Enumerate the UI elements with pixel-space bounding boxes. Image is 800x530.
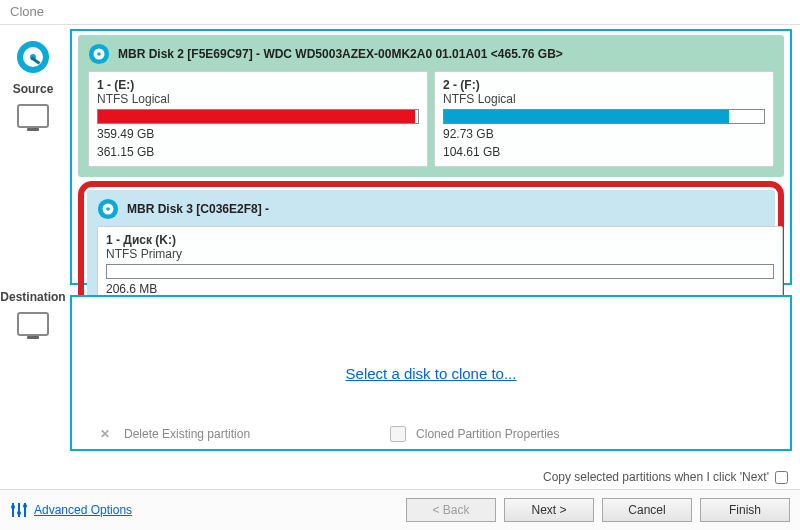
disk-2-title: MBR Disk 2 [F5E69C97] - WDC WD5003AZEX-0… — [118, 47, 563, 61]
svg-point-11 — [17, 511, 21, 515]
partition-header: 2 - (F:) — [443, 78, 765, 92]
partition-filesystem: NTFS Logical — [443, 92, 765, 106]
usage-bar-fill — [98, 110, 415, 123]
usage-bar — [106, 264, 774, 279]
svg-point-12 — [23, 504, 27, 508]
disk-icon — [88, 43, 110, 65]
usage-bar-fill — [444, 110, 729, 123]
partition-used: 92.73 GB — [443, 127, 765, 142]
destination-computer-icon[interactable] — [17, 312, 49, 336]
partition-header: 1 - Диск (K:) — [106, 233, 774, 247]
partition-filesystem: NTFS Primary — [106, 247, 774, 261]
close-icon: ✕ — [100, 427, 110, 441]
copy-on-next-checkbox[interactable] — [775, 471, 788, 484]
source-computer-icon[interactable] — [17, 104, 49, 128]
window-title: Clone — [0, 0, 800, 25]
partition-filesystem: NTFS Logical — [97, 92, 419, 106]
sliders-icon — [10, 501, 28, 519]
disk-icon — [97, 198, 119, 220]
copy-note-label: Copy selected partitions when I click 'N… — [543, 470, 769, 484]
usage-bar — [443, 109, 765, 124]
disk-2-partition-2[interactable]: 2 - (F:) NTFS Logical 92.73 GB 104.61 GB — [434, 71, 774, 167]
partition-used: 359.49 GB — [97, 127, 419, 142]
delete-existing-partition-label: Delete Existing partition — [124, 427, 250, 441]
usage-bar — [97, 109, 419, 124]
properties-icon — [390, 426, 406, 442]
advanced-options-link[interactable]: Advanced Options — [34, 503, 132, 517]
svg-point-6 — [97, 52, 101, 56]
source-panel[interactable]: MBR Disk 2 [F5E69C97] - WDC WD5003AZEX-0… — [70, 29, 792, 285]
back-button: < Back — [406, 498, 496, 522]
destination-label: Destination — [0, 290, 66, 304]
usage-bar-fill — [107, 265, 114, 278]
select-destination-link[interactable]: Select a disk to clone to... — [346, 365, 517, 382]
source-disk-icon — [15, 39, 51, 75]
partition-total: 361.15 GB — [97, 145, 419, 160]
svg-point-9 — [106, 207, 110, 211]
disk-2[interactable]: MBR Disk 2 [F5E69C97] - WDC WD5003AZEX-0… — [78, 35, 784, 177]
svg-point-10 — [11, 505, 15, 509]
partition-header: 1 - (E:) — [97, 78, 419, 92]
cloned-partition-properties-label: Cloned Partition Properties — [416, 427, 559, 441]
partition-total: 104.61 GB — [443, 145, 765, 160]
finish-button[interactable]: Finish — [700, 498, 790, 522]
source-label: Source — [0, 82, 66, 96]
disk-2-partition-1[interactable]: 1 - (E:) NTFS Logical 359.49 GB 361.15 G… — [88, 71, 428, 167]
disk-3-title: MBR Disk 3 [C036E2F8] - — [127, 202, 269, 216]
next-button[interactable]: Next > — [504, 498, 594, 522]
cancel-button[interactable]: Cancel — [602, 498, 692, 522]
